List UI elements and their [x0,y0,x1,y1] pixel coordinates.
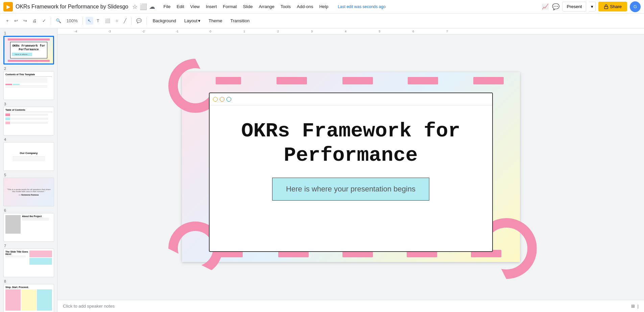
slide-img-7: The Slide Title Goes Here! [3,249,54,277]
slide-panel: 1 OKRs Framework for Performance Here is… [0,28,57,312]
menu-addons[interactable]: Add-ons [294,3,316,10]
slide-thumb-3[interactable]: 3 Table of Contents [3,102,54,135]
slide-thumb-8[interactable]: 8 Stop. Start. Proceed. [3,279,54,312]
toolbar-layout-button[interactable]: Layout ▾ [181,17,204,25]
slide-subtitle-text: Here is where your presentation begins [286,185,415,193]
toolbar-print-button[interactable]: 🖨 [30,17,39,25]
toolbar-image-button[interactable]: ⬜ [103,17,112,25]
browser-window[interactable]: OKRs Framework for Performance Here is w… [209,93,493,252]
present-button[interactable]: Present [562,2,586,11]
svg-text:-2: -2 [142,30,145,33]
speaker-notes[interactable]: Click to add speaker notes [63,304,631,309]
slide-num-8: 8 [3,279,54,283]
slide-num-1: 1 [3,31,54,35]
svg-text:6: 6 [412,30,414,33]
slide-thumb-7[interactable]: 7 The Slide Title Goes Here! [3,244,54,277]
toolbar-zoom-value-button[interactable]: 100% [65,17,80,25]
browser-dot-yellow [213,97,218,102]
theme-label: Theme [209,18,222,23]
share-label: Share [610,4,622,9]
cloud-icon[interactable]: ☁ [149,3,155,10]
present-label: Present [567,4,582,9]
browser-bar [210,93,492,105]
slide-img-6: About the Project [3,213,54,242]
toolbar-zoom-button[interactable]: 🔍 [54,17,63,25]
menu-help[interactable]: Help [316,3,331,10]
menu-format[interactable]: Format [220,3,239,10]
slide-canvas[interactable]: OKRs Framework for Performance Here is w… [182,72,520,262]
top-bar: ▶ OKRs Framework for Performance by Slid… [0,0,644,14]
deco-rect-top-1 [216,77,241,84]
slide-thumb-4[interactable]: 4 Our Company [3,137,54,171]
zoom-controls: ⊞ | [631,304,639,309]
menu-arrange[interactable]: Arrange [256,3,277,10]
toolbar-background-button[interactable]: Background [149,17,180,25]
slide-thumb-2[interactable]: 2 Contents of This Template [3,67,54,100]
layout-chevron: ▾ [198,18,200,23]
slide-thumb-1[interactable]: 1 OKRs Framework for Performance Here is… [3,31,54,64]
browser-content: OKRs Framework for Performance Here is w… [210,105,492,251]
user-avatar: G [630,1,641,12]
toolbar-comment-button[interactable]: 💬 [134,17,144,25]
toolbar-spellcheck-button[interactable]: ✓ [40,17,48,25]
toolbar-sep-4 [146,17,147,25]
browser-dot-orange [220,97,224,102]
cursor-icon: | [638,304,639,309]
folder-icon[interactable]: ⬜ [140,3,147,10]
share-button[interactable]: Share [598,2,627,11]
menu-view[interactable]: View [188,3,202,10]
bottom-bar: Click to add speaker notes ⊞ | [57,300,644,312]
transition-label: Transition [231,18,250,23]
toolbar-sep-2 [82,17,83,25]
slide-main-title[interactable]: OKRs Framework for Performance [216,119,485,167]
present-dropdown-button[interactable]: ▾ [589,2,596,11]
toolbar: + ↩ ↪ 🖨 ✓ 🔍 100% ↖ T ⬜ ○ ╱ 💬 Background … [0,14,644,28]
comments-icon[interactable]: 💬 [552,3,559,10]
activity-icon[interactable]: 📈 [541,3,549,11]
right-buttons: 📈 💬 Present ▾ Share G [541,1,641,12]
svg-rect-1 [57,28,463,34]
slide-num-2: 2 [3,67,54,71]
menu-insert[interactable]: Insert [203,3,220,10]
toolbar-text-button[interactable]: T [95,17,101,25]
slide-img-1: OKRs Framework for Performance Here is w… [3,36,54,64]
slide-subtitle-box[interactable]: Here is where your presentation begins [272,178,429,201]
toolbar-add-button[interactable]: + [4,17,11,25]
slide-num-4: 4 [3,137,54,141]
toolbar-transition-button[interactable]: Transition [227,17,253,25]
toolbar-shape-button[interactable]: ○ [114,17,120,25]
toolbar-line-button[interactable]: ╱ [122,17,128,25]
layout-label: Layout [184,18,197,23]
menu-file[interactable]: File [161,3,173,10]
ruler: -4 -3 -2 -1 0 1 2 3 4 5 6 7 [57,28,644,34]
slide-img-4: Our Company [3,142,54,171]
toolbar-undo-button[interactable]: ↩ [12,17,20,25]
svg-text:5: 5 [379,30,380,33]
svg-text:3: 3 [311,30,313,33]
last-edit-link[interactable]: Last edit was seconds ago [338,4,385,9]
canvas-area: -4 -3 -2 -1 0 1 2 3 4 5 6 7 [57,28,644,312]
slide-num-5: 5 [3,173,54,177]
toolbar-sep-3 [131,17,132,25]
title-actions: ☆ ⬜ ☁ [132,3,155,10]
menu-bar: File Edit View Insert Format Slide Arran… [161,3,331,10]
deco-rect-top-4 [408,77,438,84]
slide-num-3: 3 [3,102,54,106]
star-icon[interactable]: ☆ [132,3,138,10]
menu-tools[interactable]: Tools [278,3,293,10]
svg-text:-3: -3 [108,30,111,33]
svg-text:-4: -4 [74,30,77,33]
slide-thumb-6[interactable]: 6 About the Project [3,208,54,242]
toolbar-redo-button[interactable]: ↪ [21,17,29,25]
svg-text:2: 2 [277,30,279,33]
toolbar-sep-1 [51,17,51,25]
fit-button[interactable]: ⊞ [631,304,635,309]
toolbar-theme-button[interactable]: Theme [205,17,225,25]
slide-img-8: Stop. Start. Proceed. [3,284,54,312]
slide-thumb-5[interactable]: 5 "This is a quote works for all speaker… [3,173,54,206]
menu-edit[interactable]: Edit [174,3,187,10]
doc-title: OKRs Framework for Performance by Slides… [16,4,128,10]
toolbar-cursor-button[interactable]: ↖ [86,17,93,25]
menu-slide[interactable]: Slide [240,3,255,10]
svg-text:0: 0 [210,30,211,33]
